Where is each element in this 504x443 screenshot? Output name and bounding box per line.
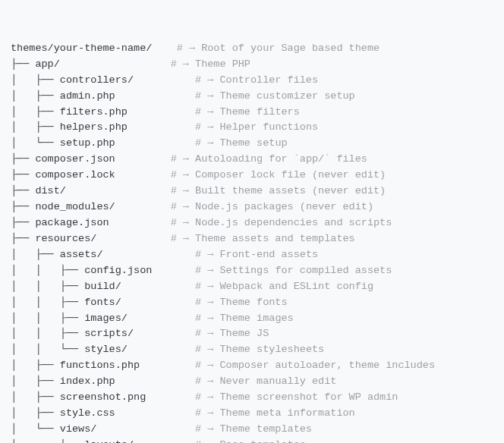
arrow-icon: →: [207, 249, 219, 260]
tree-row: ├── app/ # → Theme PHP: [11, 57, 493, 73]
description: Base templates: [219, 439, 305, 443]
comment-hash: #: [171, 153, 183, 165]
arrow-icon: →: [207, 121, 219, 133]
file-name: layouts/: [84, 439, 134, 443]
tree-branch: │ └──: [11, 423, 60, 435]
arrow-icon: →: [183, 169, 195, 181]
tree-branch: ├──: [11, 185, 35, 196]
file-name: package.json: [35, 217, 109, 228]
padding: [152, 265, 195, 276]
tree-branch: ├──: [11, 58, 35, 70]
tree-row: ├── composer.lock # → Composer lock file…: [11, 168, 493, 184]
tree-branch: │ ├──: [11, 90, 60, 102]
tree-branch: │ │ ├──: [11, 328, 84, 339]
arrow-icon: →: [207, 281, 219, 292]
comment-hash: #: [195, 74, 207, 86]
tree-branch: │ │ ├──: [11, 313, 84, 324]
tree-branch: │ │ ├──: [11, 281, 84, 292]
tree-branch: ├──: [11, 169, 35, 181]
description: Theme setup: [219, 137, 287, 149]
arrow-icon: →: [207, 423, 219, 435]
file-name: composer.json: [35, 153, 115, 165]
comment-hash: #: [171, 233, 183, 244]
padding: [146, 391, 195, 403]
description: Node.js packages (never edit): [195, 201, 373, 212]
file-name: assets/: [60, 249, 103, 260]
tree-branch: │ ├──: [11, 407, 60, 419]
description: Theme screenshot for WP admin: [219, 391, 398, 403]
tree-branch: │ ├──: [11, 439, 84, 443]
file-name: themes/your-theme-name/: [11, 42, 152, 54]
file-name: composer.lock: [35, 169, 115, 181]
tree-row: │ ├── filters.php # → Theme filters: [11, 105, 493, 121]
arrow-icon: →: [207, 106, 219, 118]
description: Theme assets and templates: [195, 233, 355, 244]
description: Root of your Sage based theme: [201, 42, 380, 54]
tree-branch: │ ├──: [11, 74, 60, 86]
tree-branch: │ └──: [11, 137, 60, 149]
comment-hash: #: [195, 439, 207, 443]
padding: [60, 58, 171, 70]
tree-row: │ ├── helpers.php # → Helper functions: [11, 120, 493, 136]
tree-row: ├── node_modules/ # → Node.js packages (…: [11, 200, 493, 215]
description: Composer autoloader, theme includes: [219, 360, 435, 371]
tree-branch: │ │ └──: [11, 344, 84, 355]
description: Never manually edit: [219, 375, 336, 387]
tree-branch: │ │ ├──: [11, 265, 84, 276]
file-tree-listing: themes/your-theme-name/ # → Root of your…: [11, 41, 493, 443]
comment-hash: #: [195, 121, 207, 133]
padding: [134, 328, 195, 339]
file-name: node_modules/: [35, 201, 115, 212]
tree-branch: │ ├──: [11, 360, 60, 371]
tree-branch: ├──: [11, 217, 35, 228]
padding: [128, 106, 195, 118]
tree-branch: ├──: [11, 201, 35, 212]
padding: [96, 423, 195, 435]
tree-row: │ │ ├── fonts/ # → Theme fonts: [11, 295, 493, 311]
padding: [115, 90, 195, 102]
file-name: setup.php: [60, 137, 115, 149]
arrow-icon: →: [207, 407, 219, 419]
padding: [121, 281, 195, 292]
file-name: config.json: [84, 265, 152, 276]
padding: [115, 407, 195, 419]
comment-hash: #: [171, 58, 183, 70]
description: Theme meta information: [219, 407, 354, 419]
padding: [103, 249, 196, 260]
file-name: index.php: [60, 375, 115, 387]
tree-row: ├── package.json # → Node.js dependencie…: [11, 215, 493, 231]
padding: [128, 344, 195, 355]
padding: [115, 375, 195, 387]
comment-hash: #: [195, 137, 207, 149]
arrow-icon: →: [207, 90, 219, 102]
tree-row: ├── resources/ # → Theme assets and temp…: [11, 231, 493, 247]
tree-branch: │ ├──: [11, 121, 60, 133]
tree-row: │ ├── assets/ # → Front-end assets: [11, 247, 493, 263]
description: Webpack and ESLint config: [219, 281, 373, 292]
tree-branch: ├──: [11, 233, 35, 244]
file-name: filters.php: [60, 106, 128, 118]
description: Front-end assets: [219, 249, 318, 260]
arrow-icon: →: [183, 185, 195, 196]
file-name: build/: [84, 281, 121, 292]
description: Autoloading for: [195, 153, 294, 165]
description: Theme customizer setup: [219, 90, 354, 102]
arrow-icon: →: [207, 313, 219, 324]
inline-code: `app/`: [294, 153, 331, 165]
description: files: [330, 153, 367, 165]
description: Helper functions: [219, 121, 318, 133]
padding: [115, 169, 171, 181]
tree-row: ├── dist/ # → Built theme assets (never …: [11, 184, 493, 200]
description: Composer lock file (never edit): [195, 169, 386, 181]
padding: [134, 74, 195, 86]
padding: [121, 297, 195, 308]
file-name: screenshot.png: [60, 391, 146, 403]
tree-row: │ └── setup.php # → Theme setup: [11, 136, 493, 152]
tree-branch: │ │ ├──: [11, 297, 84, 308]
file-name: fonts/: [84, 297, 121, 308]
padding: [115, 201, 171, 212]
arrow-icon: →: [207, 265, 219, 276]
description: Controller files: [219, 74, 318, 86]
comment-hash: #: [195, 249, 207, 260]
description: Theme filters: [219, 106, 299, 118]
